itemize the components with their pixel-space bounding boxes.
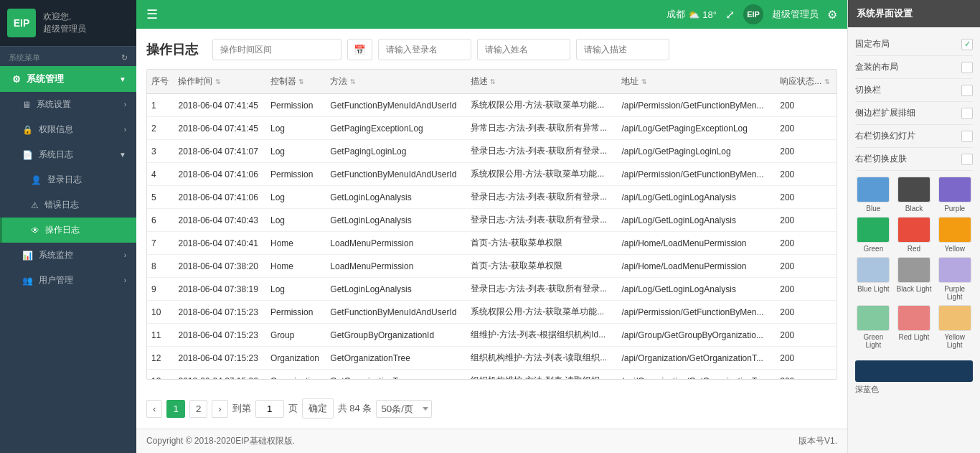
deep-blue-row: 深蓝色 [855,355,973,401]
theme-swatch[interactable]: Green Light [855,305,892,349]
table-row: 8 2018-06-04 07:38:20 Home LoadMenuPermi… [147,255,837,278]
prev-page-button[interactable]: ‹ [146,400,162,418]
cell-desc: 异常日志-方法-列表-获取所有异常... [466,117,617,140]
sidebar-item-system-monitor[interactable]: 📊 系统监控 › [0,243,136,268]
swatch-label: Purple Light [936,285,973,301]
cell-desc: 首页-方法-获取菜单权限 [466,255,617,278]
cell-controller: Log [266,186,326,209]
swatch-label: Black [905,205,923,213]
welcome-text: 欢迎您, [43,11,86,23]
col-status[interactable]: 响应状态... ⇅ [776,70,837,94]
sidebar-item-permission-info[interactable]: 🔒 权限信息 › [0,117,136,142]
name-input[interactable] [477,39,570,60]
horizontal-scrollbar[interactable] [146,381,837,390]
table-row: 3 2018-06-04 07:41:07 Log GetPagingLogin… [147,140,837,163]
table-row: 9 2018-06-04 07:38:19 Log GetLoginLogAna… [147,278,837,301]
theme-swatch[interactable]: Black Light [896,257,933,301]
theme-swatch[interactable]: Green [855,217,892,253]
topnav-left: ☰ [146,6,158,22]
settings-icon[interactable]: ⚙ [827,8,837,22]
theme-swatch[interactable]: Red Light [896,305,933,349]
col-desc[interactable]: 描述 ⇅ [466,70,617,94]
hamburger-icon[interactable]: ☰ [146,6,158,22]
cell-id: 4 [147,163,174,186]
users-icon: 👥 [22,276,33,286]
page-2-button[interactable]: 2 [189,400,207,418]
theme-swatch[interactable]: Blue [855,177,892,213]
temperature-label: 18° [702,9,717,20]
sidebar-item-system-management[interactable]: ⚙ 系统管理 ▼ [0,66,136,92]
setting-checkbox[interactable] [961,39,973,50]
setting-checkbox[interactable] [961,154,973,165]
setting-checkbox[interactable] [961,131,973,142]
sidebar-item-login-log[interactable]: 👤 登录日志 [0,167,136,192]
col-time[interactable]: 操作时间 ⇅ [174,70,266,94]
col-id: 序号 [147,70,174,94]
page-jump-input[interactable] [255,400,284,418]
sidebar-item-operation-log[interactable]: 👁 操作日志 [0,218,136,243]
cell-addr: /api/Permission/GetFunctionByMen... [617,301,776,324]
table-row: 12 2018-06-04 07:15:23 Organization GetO… [147,347,837,370]
cell-status: 200 [776,117,837,140]
version-text: 版本号V1. [798,435,837,447]
cell-desc: 组织机构维护-方法-列表-读取组织... [466,347,617,370]
sidebar-item-system-settings[interactable]: 🖥 系统设置 › [0,92,136,117]
cell-status: 200 [776,370,837,380]
refresh-icon[interactable]: ↻ [121,53,128,62]
cell-method: GetFunctionByMenuIdAndUserId [326,301,466,324]
deep-blue-swatch[interactable] [855,360,973,382]
file-icon: 📄 [22,150,33,160]
cell-addr: /api/Permission/GetFunctionByMen... [617,94,776,117]
theme-swatch[interactable]: Purple Light [936,257,973,301]
theme-swatch[interactable]: Black [896,177,933,213]
log-table: 序号 操作时间 ⇅ 控制器 ⇅ 方法 ⇅ 描述 ⇅ 地址 ⇅ 响应状态... ⇅… [147,70,837,380]
sidebar-item-error-log[interactable]: ⚠ 错误日志 [0,192,136,218]
theme-swatch[interactable]: Blue Light [855,257,892,301]
swatch-color-purple [938,177,971,202]
swatch-label: Blue [866,205,880,213]
col-method[interactable]: 方法 ⇅ [326,70,466,94]
col-addr[interactable]: 地址 ⇅ [617,70,776,94]
login-name-input[interactable] [378,39,471,60]
theme-swatch[interactable]: Red [896,217,933,253]
cell-status: 200 [776,324,837,347]
confirm-button[interactable]: 确定 [302,398,334,419]
cell-method: GetFunctionByMenuIdAndUserId [326,94,466,117]
calendar-button[interactable]: 📅 [347,39,372,60]
logo: EIP [7,9,36,37]
swatch-color-black [897,177,930,202]
swatch-label: Green [863,245,883,253]
theme-swatch[interactable]: Yellow Light [936,305,973,349]
page-1-button[interactable]: 1 [166,400,184,418]
cell-time: 2018-06-04 07:40:41 [174,232,266,255]
next-page-button[interactable]: › [212,400,227,418]
setting-label: 盒装的布局 [855,61,898,73]
setting-row: 右栏切换幻灯片 [855,125,973,148]
sidebar-item-user-management[interactable]: 👥 用户管理 › [0,268,136,293]
time-range-input[interactable] [212,39,341,60]
cell-time: 2018-06-04 07:38:20 [174,255,266,278]
col-controller[interactable]: 控制器 ⇅ [266,70,326,94]
cell-desc: 登录日志-方法-列表-获取所有登录... [466,278,617,301]
expand-icon[interactable]: ⤢ [725,8,735,22]
theme-swatch[interactable]: Purple [936,177,973,213]
description-input[interactable] [576,39,669,60]
cell-addr: /api/Organization/GetOrganizationT... [617,347,776,370]
swatch-label: Black Light [897,285,932,293]
cell-time: 2018-06-04 07:15:23 [174,347,266,370]
setting-checkbox[interactable] [961,85,973,96]
setting-checkbox[interactable] [961,62,973,73]
swatch-color-yellow [938,217,971,243]
cell-time: 2018-06-04 07:41:45 [174,94,266,117]
sidebar-item-system-log[interactable]: 📄 系统日志 ▼ [0,142,136,167]
setting-label: 切换栏 [855,84,881,96]
lock-icon: 🔒 [22,125,33,135]
setting-label: 右栏切换幻灯片 [855,130,915,142]
setting-checkbox[interactable] [961,108,973,119]
theme-swatch[interactable]: Yellow [936,217,973,253]
per-page-select[interactable]: 50条/页 20条/页 100条/页 [376,400,432,418]
cell-method: GetPagingExceptionLog [326,117,466,140]
swatch-color-blue-light [857,257,890,283]
cell-time: 2018-06-04 07:41:06 [174,163,266,186]
cell-desc: 首页-方法-获取菜单权限 [466,232,617,255]
